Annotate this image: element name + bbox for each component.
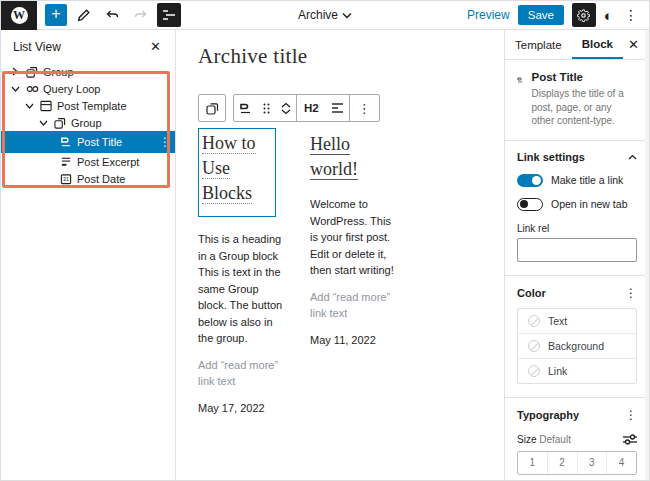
redo-icon[interactable] [129,4,151,26]
link-settings-title: Link settings [517,151,585,163]
move-down-icon [281,109,291,115]
list-view-panel: List View ✕ Group Query [1,30,176,481]
tree-item-post-title-selected[interactable]: Post Title ⋮ [1,131,175,153]
post-excerpt-text[interactable]: This is a heading in a Group block This … [198,231,286,347]
chevron-up-icon [628,154,637,160]
block-inserter-button[interactable]: + [45,4,67,26]
post-title-block-button[interactable] [234,95,257,121]
gear-icon [577,9,590,22]
tab-block[interactable]: Block [572,30,623,59]
align-text-icon [331,102,344,114]
tree-item-post-template[interactable]: Post Template [1,97,175,114]
link-settings-header[interactable]: Link settings [517,151,637,163]
save-button[interactable]: Save [518,5,564,25]
wordpress-logo[interactable]: W [1,1,37,30]
list-view-title: List View [13,40,61,54]
tree-item-label: Post Template [57,100,127,112]
drag-handle[interactable] [257,95,276,121]
toolbar-left-group: + [37,3,181,27]
font-size-option-4[interactable]: 4 [606,452,636,474]
chevron-down-icon[interactable] [37,119,49,127]
group-block-icon [25,66,39,78]
selected-post-title-block[interactable]: How to Use Blocks [198,128,276,217]
tree-item-kebab-menu[interactable]: ⋮ [159,135,171,149]
font-size-row: Size Default [517,434,637,445]
post-excerpt-text[interactable]: Welcome to WordPress. This is your first… [310,196,398,279]
list-view-toggle-button[interactable] [157,3,181,27]
tools-pencil-icon[interactable] [73,4,95,26]
chevron-down-icon[interactable] [23,102,35,110]
color-row-background[interactable]: Background [518,333,636,358]
post-title-text[interactable]: Hello world! [310,132,398,182]
tree-item-group-top[interactable]: Group [1,63,175,80]
tree-item-group-inner[interactable]: Group [1,114,175,131]
read-more-placeholder[interactable]: Add “read more” link text [198,357,286,389]
document-title: Archive [298,8,338,22]
font-size-option-2[interactable]: 2 [547,452,577,474]
post-column-2: Hello world! Welcome to WordPress. This … [310,128,398,414]
link-rel-label: Link rel [517,223,637,234]
color-row-text[interactable]: Text [518,309,636,333]
drag-dots-icon [262,102,271,115]
link-rel-input[interactable] [517,238,637,262]
block-toolbar: H2 ⋮ [198,94,504,122]
open-new-tab-toggle-row[interactable]: Open in new tab [517,198,637,211]
options-kebab-menu[interactable]: ⋮ [621,7,641,23]
typography-panel: Typography ⋮ Size Default 1 2 3 4 Appear… [505,398,649,481]
font-size-option-3[interactable]: 3 [577,452,607,474]
style-variations-icon[interactable]: ◐ [604,7,613,24]
typography-title: Typography [517,409,579,421]
query-loop-posts: How to Use Blocks This is a heading in a… [198,128,504,414]
read-more-placeholder[interactable]: Add “read more” link text [310,289,398,321]
block-card-title: Post Title [531,71,637,83]
svg-text:31: 31 [63,176,69,182]
block-options-kebab[interactable]: ⋮ [349,95,379,121]
toolbar-right-group: Preview Save ◐ ⋮ [467,3,649,27]
link-settings-panel: Link settings Make title a link Open in … [505,141,649,276]
tree-item-query-loop[interactable]: Query Loop [1,80,175,97]
tree-item-post-date[interactable]: 31 Post Date [1,170,175,187]
document-switcher[interactable]: Archive [298,8,352,22]
post-date-text[interactable]: May 11, 2022 [310,334,398,346]
toggle-off[interactable] [517,198,543,211]
post-template-block-icon [39,100,53,112]
typography-header[interactable]: Typography ⋮ [517,408,637,422]
chevron-down-icon[interactable] [9,85,21,93]
chevron-right-icon[interactable] [9,67,21,76]
post-date-text[interactable]: May 17, 2022 [198,402,286,414]
color-header[interactable]: Color ⋮ [517,286,637,300]
select-parent-group-button[interactable] [198,94,226,122]
color-panel: Color ⋮ Text Background Link [505,276,649,398]
text-align-button[interactable] [326,95,349,121]
tree-item-label: Post Date [77,173,125,185]
tab-template[interactable]: Template [505,30,572,59]
toggle-on[interactable] [517,174,543,187]
close-icon[interactable]: ✕ [150,39,161,54]
settings-gear-button[interactable] [572,3,596,27]
post-title-block-icon [59,136,73,148]
heading-level-button[interactable]: H2 [296,95,326,121]
group-block-icon [53,117,67,129]
toggle-label: Make title a link [551,174,623,186]
post-title-block-icon [239,102,252,115]
typography-options-kebab[interactable]: ⋮ [625,408,637,422]
undo-icon[interactable] [101,4,123,26]
block-movers[interactable] [276,95,296,121]
archive-title-heading[interactable]: Archive title [198,44,504,69]
tree-item-post-excerpt[interactable]: Post Excerpt [1,153,175,170]
toggle-label: Open in new tab [551,198,627,210]
post-title-block-icon [517,72,523,88]
make-title-link-toggle-row[interactable]: Make title a link [517,174,637,187]
font-size-option-1[interactable]: 1 [518,452,547,474]
block-card: Post Title Displays the title of a post,… [505,60,649,141]
post-date-block-icon: 31 [59,173,73,185]
font-size-segmented-control: 1 2 3 4 [517,451,637,475]
group-block-icon [206,102,219,115]
color-options-kebab[interactable]: ⋮ [625,286,637,300]
sidebar-scrollbar[interactable] [645,30,649,481]
chevron-down-icon [342,12,352,19]
preview-button[interactable]: Preview [467,8,510,22]
sliders-settings-icon[interactable] [623,434,637,445]
color-row-link[interactable]: Link [518,358,636,383]
empty-swatch-icon [528,365,540,377]
